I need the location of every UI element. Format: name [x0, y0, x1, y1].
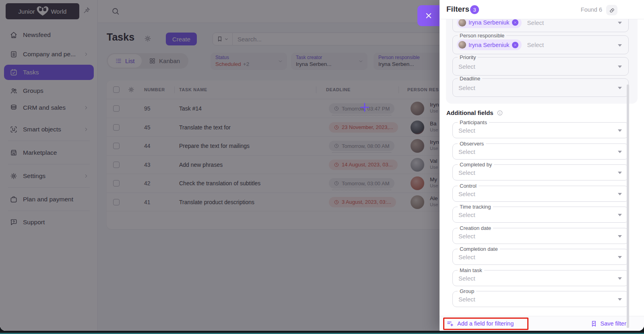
dropdown-arrow-icon [618, 172, 622, 174]
field-label: Priority [458, 54, 478, 61]
filters-scroll-area[interactable]: Iryna SerbeniukSelectPerson responsibleI… [440, 19, 644, 316]
filters-panel: Filters 3 Found 6 Iryna SerbeniukSelectP… [440, 0, 644, 331]
dropdown-arrow-icon [618, 277, 622, 280]
dropdown-arrow-icon [618, 66, 622, 68]
dropdown-arrow-icon [618, 129, 622, 132]
field-label: Completed by [458, 162, 494, 168]
select-placeholder: Select [458, 254, 475, 260]
select-placeholder: Select [527, 41, 544, 48]
filter-field-group[interactable]: GroupSelect [452, 291, 629, 307]
dropdown-arrow-icon [618, 298, 622, 301]
filter-field-completed-by[interactable]: Completed bySelect [452, 164, 629, 180]
select-placeholder: Select [458, 84, 475, 91]
remove-chip-button[interactable] [512, 19, 518, 26]
eraser-icon [609, 7, 615, 13]
user-chip[interactable]: Iryna Serbeniuk [457, 39, 522, 50]
dropdown-arrow-icon [618, 214, 622, 216]
select-placeholder: Select [458, 169, 475, 176]
select-placeholder: Select [458, 148, 475, 155]
field-content: Iryna SerbeniukSelect [453, 36, 628, 54]
filter-field-creation-date[interactable]: Creation dateSelect [452, 228, 629, 244]
field-label: Control [458, 183, 479, 189]
annotation-highlight [443, 318, 528, 330]
field-label: Main task [458, 267, 484, 274]
field-label: Completion date [458, 246, 500, 252]
dropdown-arrow-icon [618, 235, 622, 238]
remove-chip-button[interactable] [512, 42, 518, 48]
filter-field-observers[interactable]: ObserversSelect [452, 143, 629, 160]
field-label: Deadline [458, 76, 482, 82]
user-chip-name: Iryna Serbeniuk [469, 42, 510, 48]
filter-field-deadline[interactable]: DeadlineSelect [452, 78, 629, 97]
dropdown-arrow-icon [618, 44, 622, 47]
field-content: Iryna SerbeniukSelect [453, 19, 628, 32]
additional-fields-title: Additional fields [446, 109, 503, 116]
dropdown-arrow-icon [618, 22, 622, 24]
save-bookmark-icon [590, 320, 597, 327]
filter-field-clipped[interactable]: Iryna SerbeniukSelect [452, 19, 629, 32]
select-placeholder: Select [458, 275, 475, 281]
filter-field-main-task[interactable]: Main taskSelect [452, 270, 629, 286]
cursor-crosshair [359, 102, 370, 113]
filter-field-completion-date[interactable]: Completion dateSelect [452, 249, 629, 265]
dropdown-arrow-icon [618, 151, 622, 153]
found-count-label: Found 6 [581, 6, 602, 13]
additional-fields-label: Additional fields [446, 109, 493, 116]
filters-count-badge: 3 [470, 5, 479, 14]
user-chip[interactable]: Iryna Serbeniuk [457, 19, 522, 28]
close-panel-button[interactable] [417, 5, 440, 26]
dropdown-arrow-icon [618, 87, 622, 89]
select-placeholder: Select [458, 232, 475, 239]
select-placeholder: Select [458, 190, 475, 197]
save-filter-label: Save filter [601, 320, 626, 327]
filter-field-priority[interactable]: PrioritySelect [452, 57, 629, 76]
field-label: Participants [458, 119, 489, 126]
select-placeholder: Select [458, 127, 475, 134]
dropdown-arrow-icon [618, 256, 622, 258]
select-placeholder: Select [458, 296, 475, 303]
filters-panel-header: Filters 3 Found 6 [440, 0, 644, 19]
filter-field-person-responsible[interactable]: Person responsibleIryna SerbeniukSelect [452, 35, 629, 54]
filter-field-participants[interactable]: ParticipantsSelect [452, 122, 629, 138]
select-placeholder: Select [458, 63, 475, 70]
clear-filters-button[interactable] [606, 5, 617, 15]
filter-field-control[interactable]: ControlSelect [452, 186, 629, 202]
select-placeholder: Select [458, 211, 475, 218]
user-chip-name: Iryna Serbeniuk [469, 19, 510, 26]
filters-footer: Add a field for filtering Save filter [440, 316, 644, 331]
app-window: Junior World NewsfeedCompany and pe...Ta… [0, 0, 644, 331]
close-icon [425, 12, 432, 19]
dropdown-arrow-icon [618, 193, 622, 195]
filters-title: Filters [446, 5, 469, 14]
save-filter-button[interactable]: Save filter [590, 316, 626, 331]
avatar [458, 19, 466, 27]
close-icon [514, 21, 517, 24]
field-label: Observers [458, 141, 486, 147]
field-label: Time tracking [458, 204, 493, 210]
field-label: Creation date [458, 225, 493, 232]
info-icon [497, 110, 503, 116]
select-placeholder: Select [527, 19, 544, 26]
field-label: Group [458, 288, 476, 295]
panel-scrollbar[interactable] [627, 84, 629, 328]
filter-field-time-tracking[interactable]: Time trackingSelect [452, 207, 629, 223]
avatar [458, 41, 466, 49]
close-icon [514, 43, 517, 47]
